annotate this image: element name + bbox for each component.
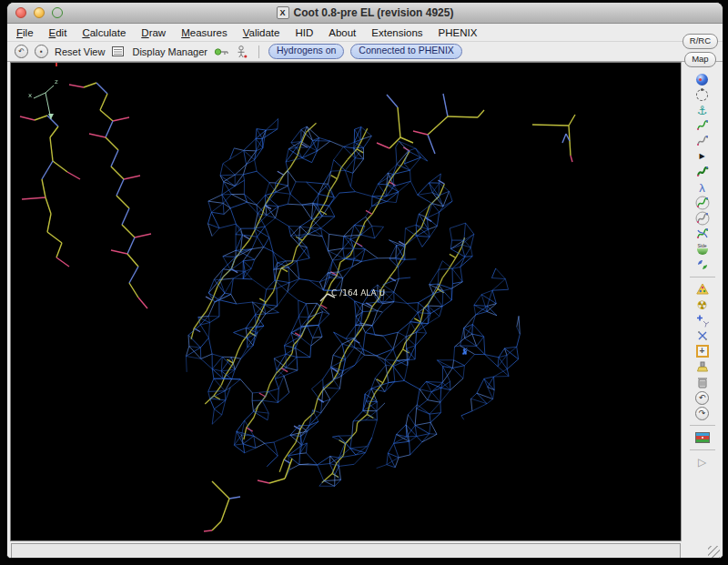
clear-pending-icon[interactable]: [694, 360, 711, 373]
menu-measures[interactable]: Measures: [181, 27, 228, 38]
record-view-button[interactable]: ▪: [35, 45, 48, 58]
gl-canvas[interactable]: [11, 63, 677, 540]
redo-icon[interactable]: ↷: [694, 407, 711, 419]
hydrogens-toggle[interactable]: Hydrogens on: [268, 44, 344, 59]
run-refmac-icon[interactable]: ▷: [694, 456, 711, 469]
zoom-button[interactable]: [52, 7, 63, 18]
menu-draw[interactable]: Draw: [141, 27, 166, 38]
auto-fit-rotamer-icon[interactable]: [694, 197, 711, 209]
rrc-button[interactable]: R/RC: [682, 34, 718, 49]
window-title: X Coot 0.8-pre EL (revision 4925): [277, 6, 454, 19]
flip-peptide-icon[interactable]: [694, 258, 711, 271]
status-text: (mol. no: 0) C /1/U/164 ALA occ: 1.00 bf…: [11, 543, 681, 559]
side-chain-180-icon[interactable]: Side: [694, 243, 711, 256]
menu-about[interactable]: About: [329, 27, 356, 38]
rotamers-icon[interactable]: [694, 212, 711, 225]
real-space-refine-icon[interactable]: [694, 119, 711, 132]
menu-validate[interactable]: Validate: [243, 27, 280, 38]
gl-viewport: [10, 62, 681, 541]
side-pill-buttons: R/RC Map: [682, 34, 718, 67]
x11-icon: X: [277, 6, 289, 19]
recentre-icon[interactable]: [694, 88, 711, 101]
pointer-icon[interactable]: ▶: [694, 150, 711, 163]
menu-calculate[interactable]: Calculate: [82, 27, 126, 38]
person-icon[interactable]: [235, 45, 249, 59]
add-terminal-residue-icon[interactable]: [694, 314, 711, 327]
map-sphere-icon[interactable]: [694, 73, 711, 86]
modelling-sidebar: ⚓▶λSide☢+↶↷▷: [681, 62, 723, 541]
delete-item-icon[interactable]: [694, 376, 711, 388]
sidebar-separator: [690, 277, 715, 277]
place-atom-icon[interactable]: +: [694, 345, 711, 358]
menu-edit[interactable]: Edit: [49, 27, 67, 38]
main-content: ⚓▶λSide☢+↶↷▷: [7, 62, 723, 541]
anchor-icon[interactable]: ⚓: [694, 104, 711, 116]
toolbar: ↶▪Reset ViewDisplay ManagerHydrogens onC…: [7, 42, 723, 62]
menu-hid[interactable]: HID: [295, 27, 313, 38]
reset-view-button[interactable]: Reset View: [55, 46, 105, 57]
rotamer-warning-icon[interactable]: [694, 283, 711, 296]
rigid-body-fit-icon[interactable]: [694, 166, 711, 178]
phenix-connection-badge[interactable]: Connected to PHENIX: [350, 44, 461, 59]
add-alt-conf-icon[interactable]: [694, 329, 711, 342]
rot-trans-zone-icon[interactable]: λ: [694, 181, 711, 194]
toolbar-separator: [258, 45, 259, 58]
key-icon[interactable]: [214, 45, 228, 59]
menu-bar: FileEditCalculateDrawMeasuresValidateHID…: [7, 24, 723, 42]
mutate-icon[interactable]: ☢: [694, 298, 711, 311]
sidebar-separator: [690, 425, 715, 426]
back-button[interactable]: ↶: [15, 45, 28, 58]
menu-phenix[interactable]: PHENIX: [439, 27, 478, 38]
menu-file[interactable]: File: [16, 27, 34, 38]
status-bar: (mol. no: 0) C /1/U/164 ALA occ: 1.00 bf…: [7, 541, 723, 559]
window-title-text: Coot 0.8-pre EL (revision 4925): [294, 6, 454, 19]
regularize-zone-icon[interactable]: [694, 135, 711, 147]
window-controls: [15, 7, 63, 18]
titlebar[interactable]: X Coot 0.8-pre EL (revision 4925): [7, 3, 723, 24]
resize-grip[interactable]: [708, 546, 720, 558]
map-button[interactable]: Map: [684, 52, 715, 67]
menu-extensions[interactable]: Extensions: [371, 27, 422, 38]
flag-icon[interactable]: [694, 431, 711, 444]
display-manager-button[interactable]: Display Manager: [132, 46, 207, 57]
display-manager-icon[interactable]: [111, 45, 126, 59]
edit-chi-angles-icon[interactable]: [694, 227, 711, 240]
minimize-button[interactable]: [34, 7, 45, 18]
undo-icon[interactable]: ↶: [694, 391, 711, 404]
coot-window: X Coot 0.8-pre EL (revision 4925) FileEd…: [6, 2, 723, 559]
sidebar-separator: [690, 449, 715, 450]
close-button[interactable]: [15, 7, 26, 18]
